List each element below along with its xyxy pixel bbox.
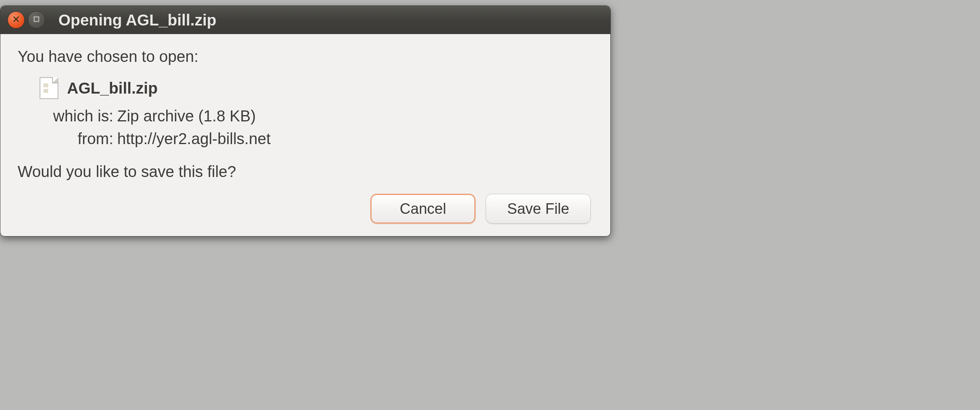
detail-row-type: which is: Zip archive (1.8 KB) xyxy=(47,105,593,127)
file-details: which is: Zip archive (1.8 KB) from: htt… xyxy=(18,105,593,150)
detail-row-from: from: http://yer2.agl-bills.net xyxy=(47,127,593,150)
save-prompt-text: Would you like to save this file? xyxy=(18,161,593,182)
from-label: from: xyxy=(47,127,113,150)
file-info-block: AGL_bill.zip xyxy=(18,77,593,99)
dialog-body: You have chosen to open: AGL_bill.zip wh… xyxy=(0,34,610,236)
window-control-buttons xyxy=(7,11,45,29)
maximize-icon xyxy=(33,14,40,25)
close-window-button[interactable] xyxy=(7,11,25,29)
window-title: Opening AGL_bill.zip xyxy=(58,11,216,29)
button-row: Cancel Save File xyxy=(18,194,593,224)
file-type-value: Zip archive (1.8 KB) xyxy=(117,105,256,127)
titlebar[interactable]: Opening AGL_bill.zip xyxy=(0,6,610,34)
intro-text: You have chosen to open: xyxy=(18,46,593,67)
file-icon xyxy=(40,77,58,99)
svg-rect-0 xyxy=(34,17,39,22)
save-file-button[interactable]: Save File xyxy=(486,194,591,224)
cancel-button[interactable]: Cancel xyxy=(370,194,475,224)
from-value: http://yer2.agl-bills.net xyxy=(117,127,270,150)
maximize-window-button[interactable] xyxy=(28,11,45,29)
file-name: AGL_bill.zip xyxy=(67,78,158,99)
which-is-label: which is: xyxy=(47,105,113,127)
close-icon xyxy=(12,14,20,25)
file-row: AGL_bill.zip xyxy=(40,77,593,99)
download-dialog-window: Opening AGL_bill.zip You have chosen to … xyxy=(0,5,611,237)
